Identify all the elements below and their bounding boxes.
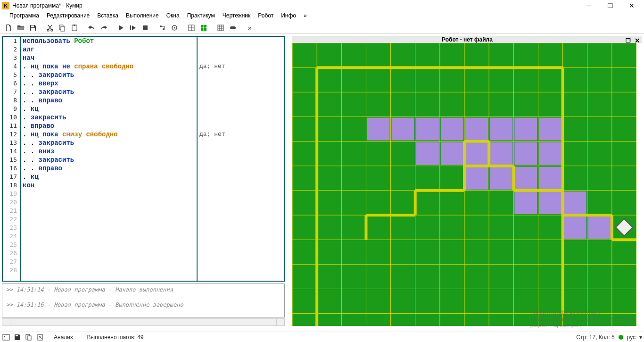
svg-rect-18	[392, 117, 414, 140]
grid-icon-2[interactable]	[198, 23, 209, 33]
menubar: ПрограммаРедактированиеВставкаВыполнение…	[0, 11, 644, 22]
tool-icon-2[interactable]	[169, 23, 180, 33]
status-icon-clear[interactable]	[36, 333, 44, 342]
svg-rect-28	[490, 167, 512, 190]
code-line[interactable]: . . закрасить	[23, 139, 195, 147]
svg-rect-34	[539, 142, 561, 165]
svg-rect-21	[441, 117, 463, 140]
code-line[interactable]: алг	[23, 45, 195, 54]
tool-icon-1[interactable]	[157, 23, 168, 33]
copy-icon[interactable]	[57, 23, 68, 33]
status-icon-save[interactable]	[13, 333, 22, 342]
robot-canvas[interactable]	[292, 43, 642, 326]
run-icon[interactable]	[115, 23, 126, 33]
svg-point-8	[160, 25, 162, 27]
menu-item[interactable]: Чертежник	[219, 11, 255, 22]
status-icon-copy[interactable]	[25, 333, 33, 342]
svg-rect-24	[465, 142, 488, 165]
margin-annotation	[199, 71, 282, 79]
titlebar: K Новая программа* - Кумир ─ ☐ ✕	[0, 0, 644, 11]
margin-annotation	[199, 54, 282, 62]
minimize-button[interactable]: ─	[578, 0, 600, 11]
overflow-icon[interactable]: »	[244, 23, 256, 33]
code-line[interactable]: . . вправо	[23, 164, 195, 173]
menu-item[interactable]: Окна	[163, 11, 183, 22]
code-line[interactable]: кон	[23, 181, 195, 190]
svg-rect-22	[441, 142, 463, 165]
code-line[interactable]: . закрасить	[23, 113, 195, 122]
svg-point-1	[51, 29, 53, 31]
robot-pane: Робот - нет файла ❐ ✕	[287, 34, 644, 328]
code-line[interactable]: . кц	[23, 173, 195, 181]
svg-point-11	[174, 27, 175, 28]
menu-item[interactable]: »	[300, 11, 311, 22]
paste-icon[interactable]	[69, 23, 80, 33]
menu-item[interactable]: Редактирование	[43, 11, 93, 22]
cut-icon[interactable]	[44, 23, 56, 33]
svg-rect-25	[465, 167, 488, 190]
margin-annotation	[199, 113, 282, 122]
svg-point-0	[47, 29, 49, 31]
svg-rect-87	[3, 334, 9, 340]
code-line[interactable]: . . закрасить	[23, 88, 195, 96]
code-line[interactable]: . . закрасить	[23, 156, 195, 164]
horizontal-scrollbar[interactable]	[2, 318, 285, 326]
menu-item[interactable]: Выполнение	[122, 11, 163, 22]
menu-item[interactable]: Робот	[254, 11, 277, 22]
svg-rect-88	[16, 335, 18, 336]
window-title: Новая программа* - Кумир	[12, 2, 578, 9]
svg-rect-23	[465, 117, 488, 140]
code-line[interactable]: . . вправо	[23, 96, 195, 105]
save-file-icon[interactable]	[27, 23, 39, 33]
grid-icon-1[interactable]	[186, 23, 197, 33]
code-line[interactable]: нач	[23, 54, 195, 62]
svg-rect-15	[230, 26, 236, 29]
stop-icon[interactable]	[140, 23, 151, 33]
new-file-icon[interactable]	[3, 23, 14, 33]
code-line[interactable]: . вправо	[23, 122, 195, 130]
console-line	[6, 293, 281, 301]
menu-item[interactable]: Инфо	[277, 11, 300, 22]
menu-item[interactable]: Программа	[6, 11, 43, 22]
svg-rect-27	[490, 142, 512, 165]
code-line[interactable]: . кц	[23, 105, 195, 113]
toolbar: »	[0, 22, 644, 34]
maximize-button[interactable]: ☐	[600, 0, 621, 11]
open-file-icon[interactable]	[15, 23, 26, 33]
step-icon[interactable]	[127, 23, 139, 33]
redo-icon[interactable]	[98, 23, 109, 33]
close-button[interactable]: ✕	[621, 0, 642, 11]
language-indicator[interactable]: рус	[627, 334, 636, 341]
status-analysis: Анализ	[54, 334, 73, 341]
margin-annotation	[199, 79, 282, 88]
margin-annotation	[199, 147, 282, 156]
svg-rect-5	[74, 25, 75, 26]
code-line[interactable]: . . вниз	[23, 147, 195, 156]
code-line[interactable]: . . закрасить	[23, 71, 195, 79]
undo-icon[interactable]	[86, 23, 97, 33]
status-indicator-icon	[619, 335, 623, 340]
svg-rect-39	[588, 216, 611, 239]
robot-header: Робот - нет файла ❐ ✕	[292, 36, 642, 43]
margin-annotation	[199, 88, 282, 96]
menu-item[interactable]: Вставка	[93, 11, 122, 22]
chevron-down-icon[interactable]: ▾	[639, 334, 642, 341]
menu-item[interactable]: Практикум	[183, 11, 219, 22]
code-line[interactable]: . . вверх	[23, 79, 195, 88]
statusbar: Анализ Выполнено шагов: 49 Стр: 17, Кол:…	[0, 332, 644, 342]
status-icon-terminal[interactable]	[2, 333, 10, 342]
controller-icon[interactable]	[227, 23, 239, 33]
window-controls: ─ ☐ ✕	[578, 0, 642, 11]
code-line[interactable]: использовать Робот	[23, 37, 195, 45]
line-gutter: 1234567891011121314151617181920212223242…	[3, 37, 21, 281]
code-line[interactable]: . нц пока не справа свободно	[23, 62, 195, 71]
margin-column: да; нетда; нет	[197, 37, 284, 281]
console-line: >> 14:51:16 - Новая программа - Выполнен…	[6, 301, 281, 309]
svg-rect-37	[564, 192, 586, 214]
code-area[interactable]: использовать Роботалгнач. нц пока не спр…	[21, 37, 284, 281]
code-line[interactable]: . нц пока снизу свободно	[23, 130, 195, 139]
grid-icon-3[interactable]	[215, 23, 226, 33]
margin-annotation	[199, 156, 282, 164]
svg-rect-19	[416, 117, 439, 140]
output-console[interactable]: >> 14:51:14 - Новая программа - Начало в…	[2, 284, 285, 317]
